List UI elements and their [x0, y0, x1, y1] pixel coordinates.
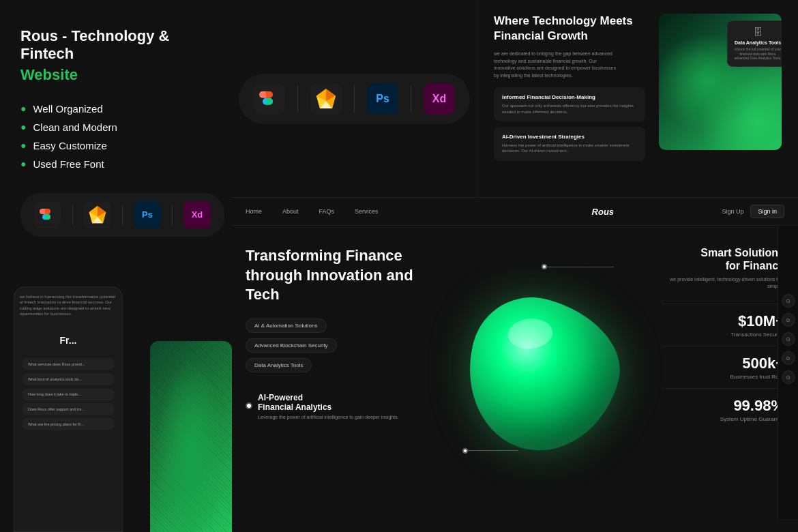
- nav-home[interactable]: Home: [246, 208, 262, 215]
- mobile-faq-list: What services does Rous provid... What k…: [20, 358, 117, 430]
- nav-links: Home About FAQs Services: [246, 208, 484, 215]
- mobile-faq-item-5: What are the pricing plans for R...: [23, 418, 114, 430]
- feature-item-3: Easy Customize: [20, 140, 211, 151]
- fintech-card-1-title: Informed Financial Decision-Making: [502, 94, 637, 100]
- analytics-row: AI-PoweredFinancial Analytics Leverage t…: [246, 393, 423, 419]
- connection-dot-top: [542, 264, 547, 269]
- xd-large-icon: Xd: [424, 83, 455, 115]
- fintech-card-2: AI-Driven Investment Strategies Harness …: [494, 127, 645, 161]
- hero-title: Transforming Finance through Innovation …: [246, 246, 423, 305]
- analytics-title: Data Analytics Tools: [733, 40, 782, 45]
- stat-label-3: System Uptime Guarantee: [720, 416, 784, 422]
- green-image: 🗄 Data Analytics Tools Unlock the full p…: [659, 14, 782, 150]
- analytics-desc: Unlock the full potential of your financ…: [733, 47, 782, 61]
- mobile-faq-item-1: What services does Rous provid...: [23, 358, 114, 370]
- stats-list: $10M+ Transactions Securely 500k+ Busine…: [662, 304, 784, 430]
- smart-solutions: Smart Solutionsfor Finance we provide in…: [662, 246, 784, 290]
- hero-tag-1[interactable]: AI & Automation Solutions: [246, 319, 327, 333]
- top-center: Ps Xd: [232, 0, 477, 197]
- sketch-large-icon: [310, 83, 342, 115]
- stat-uptime: 99.98% System Uptime Guarantee: [662, 388, 784, 430]
- left-panel: Rous - Technology & Fintech Website Well…: [0, 0, 232, 532]
- divider: [122, 205, 123, 225]
- connection-line-top: [546, 267, 614, 267]
- divider: [297, 85, 298, 113]
- fintech-left: Where Technology MeetsFinancial Growth w…: [494, 14, 645, 183]
- stat-label-2: Businesses trust Rous: [730, 374, 784, 380]
- tools-bar: Ps Xd: [20, 193, 224, 237]
- stat-num-3: 99.98%: [733, 397, 784, 415]
- nav-logo: Rous: [484, 207, 722, 217]
- analytics-sub-text: Leverage the power of artificial intelli…: [258, 415, 399, 419]
- analytics-label: AI-PoweredFinancial Analytics Leverage t…: [258, 393, 399, 419]
- fintech-card-1: Informed Financial Decision-Making Our a…: [494, 87, 645, 121]
- fintech-desc: we are dedicated to bridging the gap bet…: [494, 50, 617, 79]
- mobile-faq-item-2: What kind of analytics tools do...: [23, 373, 114, 385]
- fintech-right: 🗄 Data Analytics Tools Unlock the full p…: [659, 14, 782, 183]
- nav-signin[interactable]: Sign in: [750, 205, 784, 218]
- title-main: Rous - Technology & Fintech: [20, 27, 211, 63]
- divider: [354, 85, 355, 113]
- photoshop-icon: Ps: [134, 201, 161, 228]
- hero-center: [437, 246, 648, 505]
- website-preview: Home About FAQs Services Rous Sign Up Si…: [232, 198, 798, 532]
- nav-faqs[interactable]: FAQs: [319, 208, 335, 215]
- nav-actions: Sign Up Sign in: [722, 205, 784, 218]
- stat-label-1: Transactions Securely: [730, 331, 784, 338]
- top-section: Ps Xd Where Technology MeetsFinancial Gr…: [232, 0, 798, 198]
- sidebar-icon-3[interactable]: ⊙: [782, 332, 795, 346]
- stat-businesses: 500k+ Businesses trust Rous: [662, 346, 784, 388]
- nav-signup[interactable]: Sign Up: [722, 208, 743, 215]
- sidebar-icon-1[interactable]: ⊙: [782, 294, 795, 308]
- connection-line-bottom: [464, 450, 518, 451]
- hero-tag-3[interactable]: Data Analytics Tools: [246, 358, 312, 372]
- green-pattern: [150, 341, 232, 532]
- nav-bar: Home About FAQs Services Rous Sign Up Si…: [232, 198, 798, 226]
- figma-icon: [34, 201, 61, 228]
- figma-large-icon: [254, 83, 285, 115]
- fintech-card-1-text: Our approach not only enhances efficienc…: [502, 103, 637, 115]
- smart-desc: we provide intelligent, technology-drive…: [662, 276, 784, 290]
- hero-right: Smart Solutionsfor Finance we provide in…: [648, 246, 784, 505]
- top-right: Where Technology MeetsFinancial Growth w…: [477, 0, 798, 197]
- hero-left: Transforming Finance through Innovation …: [246, 246, 437, 505]
- feature-item-1: Well Organized: [20, 103, 211, 115]
- hero-tag-2[interactable]: Advanced Blockchain Security: [246, 338, 337, 353]
- divider: [172, 205, 173, 225]
- hero-section: Transforming Finance through Innovation …: [232, 226, 798, 519]
- database-icon: 🗄: [733, 27, 782, 38]
- hero-tags: AI & Automation Solutions Advanced Block…: [246, 319, 423, 372]
- sidebar-icons: ⊙ ⊙ ⊙ ⊙ ⊙: [778, 226, 798, 519]
- sidebar-icon-2[interactable]: ⊙: [782, 313, 795, 327]
- feature-item-4: Used Free Font: [20, 158, 211, 170]
- fintech-card-2-title: AI-Driven Investment Strategies: [502, 134, 637, 140]
- sketch-icon: [84, 201, 111, 228]
- right-area: Ps Xd Where Technology MeetsFinancial Gr…: [232, 0, 798, 532]
- feature-item-2: Clean and Modern: [20, 121, 211, 133]
- mobile-faq-title: Fr...: [20, 321, 117, 353]
- nav-about[interactable]: About: [282, 208, 299, 215]
- green-image-block: [150, 341, 232, 532]
- sidebar-icon-5[interactable]: ⊙: [782, 370, 795, 384]
- mobile-faq-item-3: How long does it take to imple...: [23, 388, 114, 400]
- analytics-card: 🗄 Data Analytics Tools Unlock the full p…: [727, 20, 782, 67]
- fintech-heading: Where Technology MeetsFinancial Growth: [494, 14, 645, 44]
- mobile-inner: we believe in harnessing the transformat…: [14, 287, 122, 437]
- sidebar-icon-4[interactable]: ⊙: [782, 351, 795, 365]
- features-list: Well Organized Clean and Modern Easy Cus…: [20, 103, 211, 177]
- mobile-preview: we believe in harnessing the transformat…: [14, 286, 123, 532]
- title-sub: Website: [20, 66, 211, 84]
- mobile-faq-item-4: Does Rous offer support and tra...: [23, 403, 114, 415]
- fintech-card-2-text: Harness the power of artificial intellig…: [502, 143, 637, 154]
- ps-large-icon: Ps: [367, 83, 398, 115]
- gem-shape: [450, 284, 634, 467]
- nav-services[interactable]: Services: [355, 208, 379, 215]
- xd-icon: Xd: [183, 201, 211, 228]
- mobile-small-text: we believe in harnessing the transformat…: [20, 294, 117, 317]
- tools-showcase-large: Ps Xd: [239, 74, 470, 124]
- divider: [411, 85, 411, 113]
- analytics-label-text: AI-PoweredFinancial Analytics: [258, 393, 399, 413]
- smart-title: Smart Solutionsfor Finance: [662, 246, 784, 272]
- stat-transactions: $10M+ Transactions Securely: [662, 304, 784, 346]
- connection-dot-bottom: [462, 448, 468, 454]
